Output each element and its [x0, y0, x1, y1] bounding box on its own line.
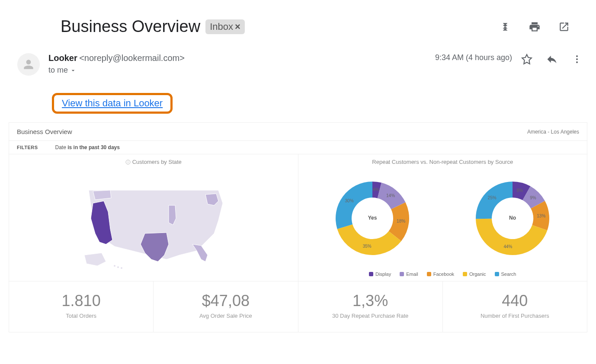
filters-row: FILTERS Date is in the past 30 days — [9, 140, 587, 154]
filters-label: FILTERS — [17, 145, 38, 150]
slice-label: 14% — [386, 193, 395, 198]
info-icon — [125, 160, 131, 165]
reply-icon[interactable] — [546, 53, 558, 65]
donut-legend: DisplayEmailFacebookOrganicSearch — [303, 271, 583, 277]
dashboard-header: Business Overview America - Los Angeles — [9, 123, 587, 140]
donut-center-label: Yes — [368, 215, 377, 221]
legend-swatch — [400, 272, 404, 276]
svg-point-4 — [128, 161, 128, 162]
legend-label: Display — [375, 271, 391, 277]
legend-item: Organic — [463, 271, 486, 277]
slice-label: 8% — [517, 188, 523, 193]
legend-label: Organic — [469, 271, 486, 277]
legend-label: Search — [501, 271, 516, 277]
inbox-badge[interactable]: Inbox × — [205, 19, 245, 34]
dashboard-panels: Customers by State — [9, 154, 587, 281]
metric-value: $47,08 — [158, 292, 293, 310]
metric-tile: $47,08Avg Order Sale Price — [154, 281, 298, 332]
timestamp: 9:34 AM (4 hours ago) — [435, 53, 512, 62]
slice-label: 4% — [373, 187, 379, 192]
filter-prefix: Date — [55, 144, 68, 150]
filter-text: Date is in the past 30 days — [55, 144, 120, 150]
metric-value: 440 — [447, 292, 583, 310]
legend-item: Facebook — [427, 271, 454, 277]
more-icon[interactable] — [571, 53, 583, 65]
header-actions — [499, 21, 583, 33]
donut-center-label: No — [509, 215, 516, 221]
donuts-panel: Repeat Customers vs. Non-repeat Customer… — [298, 154, 587, 281]
slice-label: 44% — [504, 244, 513, 249]
metric-label: 30 Day Repeat Purchase Rate — [303, 313, 438, 319]
chevron-down-icon — [70, 67, 77, 74]
sender-name: Looker — [48, 53, 77, 63]
donut-slice — [336, 182, 372, 229]
avatar[interactable] — [17, 53, 40, 76]
dashboard-title: Business Overview — [17, 128, 72, 135]
slice-label: 18% — [397, 219, 405, 224]
metrics-row: 1.810Total Orders$47,08Avg Order Sale Pr… — [9, 281, 587, 332]
metric-value: 1.810 — [13, 292, 149, 310]
dashboard-timezone: America - Los Angeles — [527, 129, 579, 135]
legend-item: Display — [369, 271, 391, 277]
legend-swatch — [369, 272, 373, 276]
legend-item: Search — [495, 271, 516, 277]
map-panel: Customers by State — [9, 154, 298, 281]
to-line[interactable]: to me — [48, 66, 185, 75]
map-title-text: Customers by State — [132, 159, 182, 165]
donuts-panel-title: Repeat Customers vs. Non-repeat Customer… — [303, 159, 583, 165]
sender-info: Looker <noreply@lookermail.com> to me — [48, 53, 185, 75]
metric-label: Total Orders — [13, 313, 149, 319]
svg-point-8 — [121, 267, 122, 269]
close-icon[interactable]: × — [235, 21, 240, 32]
metric-tile: 1,3%30 Day Repeat Purchase Rate — [298, 281, 443, 332]
metric-tile: 440Number of First Purchasers — [443, 281, 587, 332]
metric-tile: 1.810Total Orders — [9, 281, 154, 332]
metric-label: Avg Order Sale Price — [158, 313, 293, 319]
slice-label: 13% — [537, 214, 545, 218]
view-link-highlight: View this data in Looker — [52, 93, 173, 114]
star-icon[interactable] — [521, 53, 533, 65]
legend-swatch — [463, 272, 467, 276]
metric-value: 1,3% — [303, 292, 438, 310]
legend-label: Email — [406, 271, 418, 277]
metric-label: Number of First Purchasers — [447, 313, 583, 319]
collapse-icon[interactable] — [499, 21, 511, 33]
open-new-icon[interactable] — [558, 21, 570, 33]
filter-bold: is in the past 30 days — [67, 144, 120, 150]
view-data-link[interactable]: View this data in Looker — [62, 98, 163, 109]
legend-item: Email — [400, 271, 418, 277]
us-map — [13, 169, 294, 272]
inbox-badge-label: Inbox — [210, 21, 233, 32]
svg-point-6 — [114, 265, 115, 267]
svg-point-1 — [576, 58, 578, 60]
sender-email: <noreply@lookermail.com> — [79, 53, 185, 63]
email-header: Business Overview Inbox × — [0, 0, 596, 45]
map-panel-title: Customers by State — [13, 159, 294, 165]
dashboard: Business Overview America - Los Angeles … — [9, 122, 587, 332]
legend-swatch — [427, 272, 431, 276]
donut-yes: 4%14%18%35%30%Yes — [327, 173, 418, 264]
slice-label: 35% — [363, 244, 372, 249]
svg-rect-5 — [128, 162, 128, 163]
svg-point-7 — [117, 266, 119, 268]
message-actions — [521, 53, 583, 65]
sender-row: Looker <noreply@lookermail.com> to me 9:… — [0, 45, 596, 80]
svg-point-2 — [576, 61, 578, 63]
donut-no: 8%9%13%44%25%No — [467, 173, 558, 264]
svg-point-0 — [576, 55, 578, 57]
slice-label: 30% — [345, 198, 354, 203]
legend-label: Facebook — [433, 271, 454, 277]
donuts-wrap: 4%14%18%35%30%Yes 8%9%13%44%25%No — [303, 169, 583, 268]
legend-swatch — [495, 272, 499, 276]
print-icon[interactable] — [529, 21, 541, 33]
to-line-text: to me — [48, 66, 68, 75]
email-subject: Business Overview — [61, 17, 200, 36]
slice-label: 9% — [530, 195, 536, 200]
slice-label: 25% — [488, 195, 497, 200]
